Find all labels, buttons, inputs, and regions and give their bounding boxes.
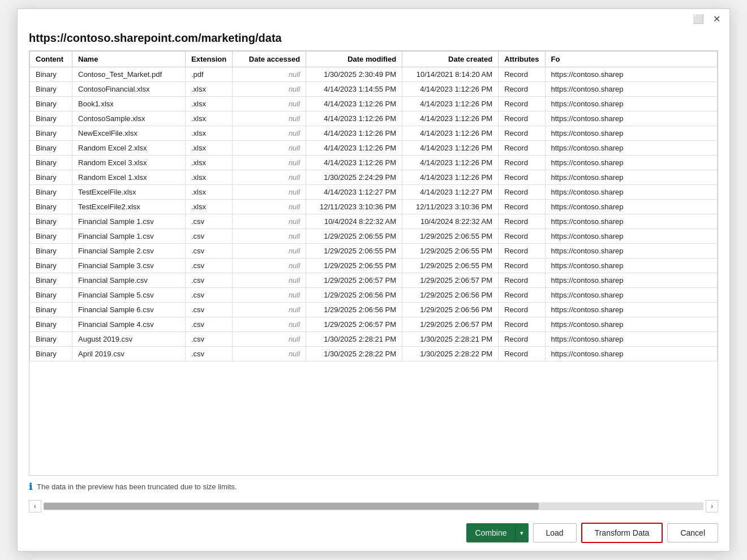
close-button[interactable]: ✕ [711,14,723,25]
table-cell: Financial Sample 1.csv [72,229,186,244]
table-cell: 10/4/2024 8:22:32 AM [306,214,402,229]
table-cell: 4/14/2023 1:12:27 PM [402,185,499,200]
table-cell: .xlsx [186,97,233,111]
table-cell: Binary [30,185,72,200]
table-cell: null [233,288,306,303]
cancel-button[interactable]: Cancel [667,523,718,542]
scroll-right-button[interactable]: › [706,500,718,512]
table-cell: TestExcelFile.xlsx [72,185,186,200]
table-cell: https://contoso.sharep [545,126,717,141]
table-cell: 4/14/2023 1:12:27 PM [306,185,402,200]
table-cell: Binary [30,214,72,229]
table-header-row: Content Name Extension Date accessed Dat… [30,51,718,67]
table-cell: Random Excel 3.xlsx [72,156,186,170]
table-cell: null [233,303,306,317]
table-cell: TestExcelFile2.xlsx [72,200,186,214]
dialog-title: https://contoso.sharepoint.com/marketing… [18,25,729,50]
table-row: BinaryRandom Excel 3.xlsx.xlsxnull4/14/2… [30,156,718,170]
table-row: BinaryNewExcelFile.xlsx.xlsxnull4/14/202… [30,126,718,141]
table-cell: 1/29/2025 2:06:57 PM [402,273,499,288]
table-cell: Record [499,156,545,170]
table-cell: null [233,170,306,185]
table-cell: 1/29/2025 2:06:57 PM [306,273,402,288]
table-cell: Record [499,229,545,244]
table-cell: .xlsx [186,170,233,185]
table-cell: .pdf [186,67,233,82]
table-cell: Financial Sample 3.csv [72,259,186,273]
col-header-date-modified: Date modified [306,51,402,67]
table-cell: .xlsx [186,200,233,214]
table-cell: 12/11/2023 3:10:36 PM [306,200,402,214]
table-cell: Record [499,214,545,229]
table-cell: https://contoso.sharep [545,141,717,156]
table-cell: Record [499,97,545,111]
table-cell: Binary [30,82,72,97]
table-row: BinaryApril 2019.csv.csvnull1/30/2025 2:… [30,347,718,361]
table-cell: 4/14/2023 1:12:26 PM [306,141,402,156]
table-cell: 4/14/2023 1:12:26 PM [306,97,402,111]
table-cell: null [233,111,306,126]
data-table-container[interactable]: Content Name Extension Date accessed Dat… [29,50,718,476]
scrollbar-track[interactable] [44,502,703,510]
col-header-name: Name [72,51,186,67]
table-cell: null [233,82,306,97]
table-cell: 4/14/2023 1:12:26 PM [402,126,499,141]
table-cell: https://contoso.sharep [545,347,717,361]
col-header-extension: Extension [186,51,233,67]
table-cell: https://contoso.sharep [545,67,717,82]
col-header-attributes: Attributes [499,51,545,67]
combine-dropdown-button[interactable]: ▾ [515,525,528,541]
table-cell: Financial Sample 2.csv [72,244,186,259]
table-cell: null [233,317,306,332]
table-cell: Record [499,200,545,214]
table-cell: Binary [30,67,72,82]
info-icon: ℹ [29,481,32,492]
table-cell: NewExcelFile.xlsx [72,126,186,141]
table-cell: https://contoso.sharep [545,273,717,288]
table-cell: Record [499,126,545,141]
table-cell: 4/14/2023 1:12:26 PM [306,111,402,126]
load-button[interactable]: Load [533,523,577,542]
table-cell: 1/30/2025 2:28:22 PM [306,347,402,361]
table-cell: Record [499,332,545,347]
table-cell: August 2019.csv [72,332,186,347]
col-header-date-accessed: Date accessed [233,51,306,67]
col-header-content: Content [30,51,72,67]
table-cell: Record [499,244,545,259]
table-cell: Binary [30,229,72,244]
combine-main-button[interactable]: Combine [467,524,514,542]
table-row: BinaryFinancial Sample 2.csv.csvnull1/29… [30,244,718,259]
table-cell: Financial Sample 1.csv [72,214,186,229]
table-cell: 4/14/2023 1:12:26 PM [306,156,402,170]
col-header-date-created: Date created [402,51,499,67]
table-cell: Binary [30,332,72,347]
restore-button[interactable]: ⬜ [690,14,706,25]
table-cell: .csv [186,244,233,259]
scroll-left-button[interactable]: ‹ [29,500,41,512]
table-cell: null [233,67,306,82]
table-row: BinaryRandom Excel 2.xlsx.xlsxnull4/14/2… [30,141,718,156]
table-row: BinaryBook1.xlsx.xlsxnull4/14/2023 1:12:… [30,97,718,111]
table-cell: .xlsx [186,156,233,170]
table-cell: https://contoso.sharep [545,332,717,347]
transform-data-button[interactable]: Transform Data [581,523,663,543]
titlebar: ⬜ ✕ [18,9,729,25]
table-cell: https://contoso.sharep [545,317,717,332]
table-cell: null [233,214,306,229]
table-cell: .xlsx [186,185,233,200]
table-row: BinaryContoso_Test_Market.pdf.pdfnull1/3… [30,67,718,82]
table-row: BinaryFinancial Sample 1.csv.csvnull10/4… [30,214,718,229]
table-cell: Record [499,317,545,332]
table-cell: 4/14/2023 1:12:26 PM [306,126,402,141]
table-cell: Record [499,111,545,126]
dialog-footer: Combine ▾ Load Transform Data Cancel [18,515,729,551]
table-cell: https://contoso.sharep [545,244,717,259]
table-row: BinaryFinancial Sample 1.csv.csvnull1/29… [30,229,718,244]
table-cell: 4/14/2023 1:12:26 PM [402,156,499,170]
table-cell: .csv [186,303,233,317]
table-cell: Random Excel 2.xlsx [72,141,186,156]
table-cell: Binary [30,200,72,214]
table-cell: Record [499,82,545,97]
table-cell: Binary [30,317,72,332]
table-cell: .csv [186,288,233,303]
